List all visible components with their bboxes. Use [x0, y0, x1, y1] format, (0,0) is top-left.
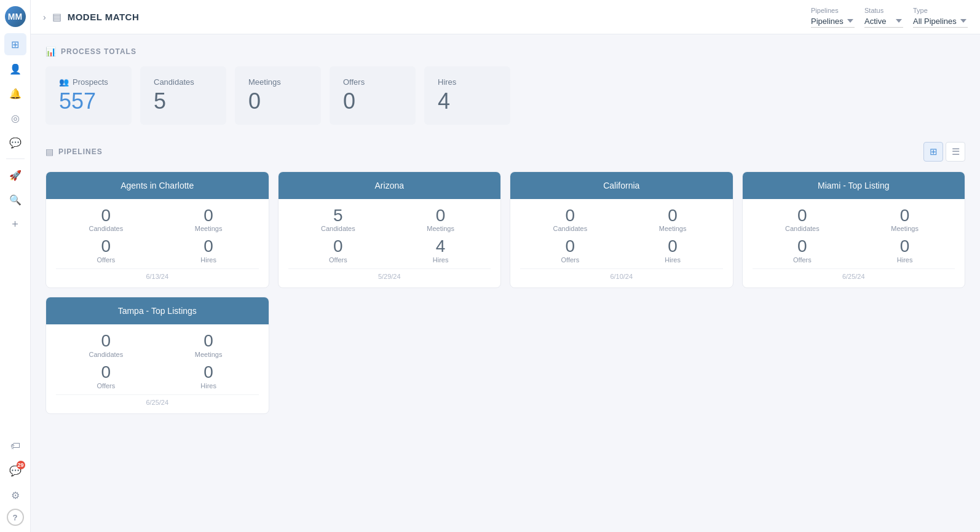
- tampa-stats: 0 Candidates 0 Meetings 0 Offers 0: [56, 332, 259, 389]
- meetings-header: Meetings: [248, 77, 307, 87]
- arizona-candidates-value: 5: [288, 206, 389, 225]
- sidebar-item-contacts[interactable]: 👤: [4, 58, 26, 80]
- sidebar-item-settings[interactable]: ⚙: [4, 484, 26, 506]
- miami-candidates-label: Candidates: [753, 225, 853, 232]
- miami-meetings-block: 0 Meetings: [855, 206, 955, 233]
- sidebar-item-tag[interactable]: 🏷: [4, 435, 26, 457]
- sidebar-item-chat[interactable]: 💬 29: [4, 460, 26, 482]
- pipelines-title-group: ▤ PIPELINES: [45, 147, 103, 157]
- tampa-candidates-value: 0: [56, 332, 156, 351]
- agents-charlotte-candidates-block: 0 Candidates: [56, 206, 156, 233]
- prospects-header: 👥 Prospects: [59, 77, 118, 87]
- miami-hires-label: Hires: [855, 256, 955, 264]
- arizona-hires-value: 4: [390, 237, 491, 256]
- tampa-hires-label: Hires: [159, 382, 259, 389]
- add-icon: +: [12, 218, 18, 231]
- tampa-date: 6/25/24: [56, 394, 259, 409]
- california-hires-block: 0 Hires: [623, 237, 723, 264]
- arizona-body: 5 Candidates 0 Meetings 0 Offers 4: [279, 199, 501, 288]
- offers-value: 0: [343, 89, 402, 114]
- list-icon: ☰: [952, 146, 960, 157]
- page-title: MODEL MATCH: [68, 12, 140, 22]
- arizona-meetings-block: 0 Meetings: [390, 206, 491, 233]
- agents-charlotte-header[interactable]: Agents in Charlotte: [46, 172, 269, 199]
- arizona-header[interactable]: Arizona: [279, 172, 501, 199]
- arizona-hires-block: 4 Hires: [390, 237, 491, 264]
- main-content: 📊 PROCESS TOTALS 👥 Prospects 557 Candida…: [31, 34, 980, 532]
- main-area: › ▤ MODEL MATCH Pipelines Pipelines Stat…: [31, 0, 980, 532]
- arizona-offers-value: 0: [288, 237, 389, 256]
- agents-charlotte-candidates-value: 0: [56, 206, 156, 225]
- topbar: › ▤ MODEL MATCH Pipelines Pipelines Stat…: [31, 0, 980, 34]
- rocket-icon: 🚀: [9, 170, 22, 181]
- california-offers-block: 0 Offers: [520, 237, 620, 264]
- tampa-offers-label: Offers: [56, 382, 156, 389]
- miami-candidates-block: 0 Candidates: [753, 206, 853, 233]
- sidebar-item-add[interactable]: +: [4, 213, 26, 235]
- list-view-button[interactable]: ☰: [946, 142, 965, 162]
- arizona-meetings-label: Meetings: [390, 225, 491, 232]
- candidates-header: Candidates: [154, 77, 213, 87]
- miami-offers-label: Offers: [753, 256, 853, 264]
- sidebar-item-alerts[interactable]: 🔔: [4, 82, 26, 104]
- pipeline-card-arizona: Arizona 5 Candidates 0 Meetings 0: [278, 171, 502, 289]
- agents-charlotte-offers-value: 0: [56, 237, 156, 256]
- nav-chevron-icon: ›: [43, 12, 46, 22]
- tampa-meetings-label: Meetings: [159, 351, 259, 358]
- sidebar-item-dashboard[interactable]: ⊞: [4, 33, 26, 55]
- arizona-stats: 5 Candidates 0 Meetings 0 Offers 4: [288, 206, 491, 264]
- topbar-controls: Pipelines Pipelines Status Active Inacti…: [811, 7, 968, 28]
- california-stats: 0 Candidates 0 Meetings 0 Offers 0: [520, 206, 723, 264]
- tampa-hires-value: 0: [159, 363, 259, 382]
- arizona-candidates-label: Candidates: [288, 225, 389, 232]
- miami-body: 0 Candidates 0 Meetings 0 Offers 0: [743, 199, 965, 288]
- total-card-offers: Offers 0: [330, 66, 416, 125]
- miami-header[interactable]: Miami - Top Listing: [743, 172, 965, 199]
- miami-offers-block: 0 Offers: [753, 237, 853, 264]
- sidebar-item-messages[interactable]: 💬: [4, 131, 26, 154]
- tag-icon: 🏷: [10, 440, 20, 452]
- status-label: Status: [864, 7, 903, 14]
- prospects-label: Prospects: [73, 77, 108, 87]
- miami-date: 6/25/24: [753, 268, 955, 283]
- pipelines-section-header: ▤ PIPELINES ⊞ ☰: [45, 142, 965, 162]
- california-offers-label: Offers: [520, 256, 620, 264]
- sidebar-item-search[interactable]: 🔍: [4, 189, 26, 211]
- type-label: Type: [913, 7, 968, 14]
- settings-icon: ⚙: [11, 490, 20, 501]
- app-logo[interactable]: MM: [5, 6, 26, 27]
- sidebar-divider: [6, 158, 25, 159]
- miami-hires-value: 0: [855, 237, 955, 256]
- arizona-date: 5/29/24: [288, 268, 491, 283]
- tampa-header[interactable]: Tampa - Top Listings: [46, 297, 269, 324]
- search-icon: 🔍: [9, 194, 22, 206]
- dashboard-icon: ⊞: [11, 39, 19, 50]
- type-select-group: Type All Pipelines Recruiting Retention: [913, 7, 968, 28]
- tampa-meetings-block: 0 Meetings: [159, 332, 259, 358]
- tampa-offers-value: 0: [56, 363, 156, 382]
- grid-icon: ⊞: [930, 146, 938, 157]
- view-controls: ⊞ ☰: [923, 142, 965, 162]
- miami-meetings-value: 0: [855, 206, 955, 225]
- status-select[interactable]: Active Inactive All: [864, 15, 903, 28]
- offers-header: Offers: [343, 77, 402, 87]
- pipelines-select[interactable]: Pipelines: [811, 15, 855, 28]
- process-totals-title: PROCESS TOTALS: [61, 47, 136, 56]
- california-offers-value: 0: [520, 237, 620, 256]
- meetings-value: 0: [248, 89, 307, 114]
- type-select[interactable]: All Pipelines Recruiting Retention: [913, 15, 968, 28]
- california-meetings-block: 0 Meetings: [623, 206, 723, 233]
- agents-charlotte-stats: 0 Candidates 0 Meetings 0 Offers 0: [56, 206, 259, 264]
- sidebar-item-help[interactable]: ?: [7, 509, 24, 526]
- sidebar-item-analytics[interactable]: ◎: [4, 107, 26, 129]
- messages-icon: 💬: [9, 137, 22, 149]
- sidebar-item-rocket[interactable]: 🚀: [4, 164, 26, 186]
- california-header[interactable]: California: [510, 172, 733, 199]
- grid-view-button[interactable]: ⊞: [923, 142, 943, 162]
- california-date: 6/10/24: [520, 268, 723, 283]
- candidates-value: 5: [154, 89, 213, 114]
- arizona-offers-block: 0 Offers: [288, 237, 389, 264]
- miami-meetings-label: Meetings: [855, 225, 955, 232]
- total-card-meetings: Meetings 0: [235, 66, 321, 125]
- process-totals-header: 📊 PROCESS TOTALS: [45, 47, 965, 57]
